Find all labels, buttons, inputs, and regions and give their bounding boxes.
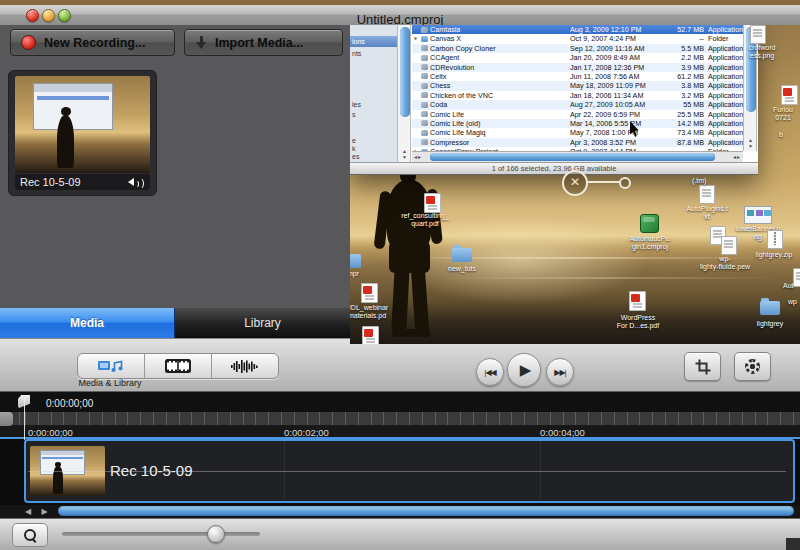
desktop-icon-label: AutomaticPlugin1.cmproj [626,235,674,251]
playhead-line [24,395,25,440]
skip-end-icon: ▶▶| [554,368,565,377]
track-collapse-handle[interactable] [0,412,13,426]
scale-overlay-handle [619,177,631,189]
app-icon [421,83,428,89]
timeline-clip[interactable]: Rec 10-5-09 [24,439,795,503]
desktop-icon-label: lightgrey [748,320,792,328]
skip-start-icon: |◀◀ [484,368,495,377]
sidebar-fragment: ions [352,38,396,46]
filmstrip-icon [165,359,191,373]
desktop-icon-doc [721,236,737,255]
import-media-label: Import Media... [215,36,303,50]
tab-library[interactable]: Library [175,308,350,338]
desktop-icon-pdf [629,291,646,311]
timeline-zoom-slider-thumb[interactable] [207,525,225,543]
app-icon [421,139,428,145]
waveform-icon [230,359,260,374]
video-preview-canvas[interactable]: ions nts les s e k es ▲▼ CamtasiaAug 3, … [350,25,800,344]
timeline-scroll-row: ◀ ▶ [0,505,800,518]
finder-row: CeltxJun 11, 2008 7:56 AM61.2 MBApplicat… [412,72,743,81]
finder-row: Chicken of the VNCJan 18, 2006 11:34 AM3… [412,91,743,100]
clip-divider-line [28,471,786,472]
tab-media[interactable]: Media [0,308,175,338]
desktop-label-fragment: (.tm) [692,177,706,184]
view-group-label: Media & Library [65,378,155,388]
previous-frame-button[interactable]: |◀◀ [476,358,504,386]
desktop-icon-doc [750,25,766,44]
finder-row: CDRevolutionJan 17, 2008 12:36 PM3.9 MBA… [412,63,743,72]
desktop-icon-pdf [361,283,378,303]
app-icon [421,120,428,126]
timeline-header[interactable]: 0:00:00;00 [0,392,800,412]
next-frame-button[interactable]: ▶▶| [546,358,574,386]
magnifier-icon [24,529,36,541]
media-bin-panel: New Recording... Import Media... Rec 10-… [0,25,350,338]
desktop-icon-label: wp-lighty-fluide.pew [696,255,754,271]
title-bar[interactable]: Untitled.cmproj [0,5,800,26]
finder-row: Comic Life MagiqMay 7, 2008 1:00 PM73.4 … [412,128,743,137]
sidebar-fragment: les [352,101,396,109]
import-media-button[interactable]: Import Media... [184,29,343,56]
desktop-icon-label: AutoPlugins.txt [683,205,731,221]
desktop-label-fragment: Aut [783,282,794,289]
app-icon [421,45,428,51]
folder-icon [421,36,428,42]
bin-tabbar: Media Library [0,308,350,338]
camtasia-window: Untitled.cmproj New Recording... Import … [0,0,800,550]
finder-row: Carbon Copy ClonerSep 12, 2009 11:16 AM5… [412,44,743,53]
desktop-icon-pdf [781,85,798,105]
desktop-icon-label: new_tuts [440,265,484,273]
app-icon [421,130,428,136]
timeline-zoom-slider-track[interactable] [62,532,260,536]
desktop-label-fragment: b [779,131,783,138]
play-icon: ▶ [520,361,532,379]
main-toolbar: Media & Library |◀◀ ▶ ▶▶| [0,338,800,392]
desktop-icon-label: ompr [350,270,373,278]
app-icon [421,27,428,33]
settings-button[interactable] [734,352,771,381]
timeline-bottom-bar [0,518,800,550]
sidebar-fragment: es [352,153,396,161]
clip-thumbnail [15,76,150,173]
zoom-tool-button[interactable] [12,523,48,547]
new-recording-button[interactable]: New Recording... [10,29,175,56]
app-icon [421,73,428,79]
scale-overlay-close-icon: ✕ [562,170,588,196]
list-horizontal-scrollbar: ◂▸ ◂▸ [412,151,743,162]
desktop-icon-label: lightgrey.zip [748,251,800,259]
finder-row: Comic Life (old)Mar 14, 2006 5:55 PM14.2… [412,119,743,128]
sidebar-fragment: k [352,145,396,153]
clips-view-button[interactable] [144,354,211,378]
desktop-icon-label: Furlou0721 [763,106,800,122]
timeline-ruler[interactable] [0,412,800,426]
finder-row: CompressorApr 3, 2008 3:52 PM87.8 MBAppl… [412,138,743,147]
desktop-icon-label: crofwordess.png [736,44,788,60]
record-icon [21,35,36,50]
desktop-icon-folder [350,254,361,268]
timeline-scroll-arrows[interactable]: ◀ ▶ [25,507,52,516]
play-button[interactable]: ▶ [507,353,541,387]
finder-status-bar: 1 of 166 selected, 23.96 GB available [350,162,758,174]
gear-icon [745,359,760,374]
scale-overlay-line [587,181,620,183]
media-library-icon [98,359,124,373]
audio-view-button[interactable] [211,354,278,378]
media-library-view-button[interactable] [78,354,144,378]
finder-row: Comic LifeApr 22, 2009 6:59 PM25.5 MBApp… [412,110,743,119]
timeline-scrollbar[interactable] [58,506,794,516]
view-segmented-control [77,353,279,379]
crop-button[interactable] [684,352,721,381]
clip-name-label: Rec 10-5-09 [20,176,81,188]
recorded-finder-window: ions nts les s e k es ▲▼ CamtasiaAug 3, … [350,25,758,175]
finder-file-list: CamtasiaAug 3, 2009 12:10 PM52.7 MBAppli… [412,25,743,157]
timeline-time-labels: 0:00:00;00 0:00:02;00 0:00:04;00 [0,426,800,437]
app-icon [421,64,428,70]
desktop-icon-label: ref_consulting_quart.pdf [388,212,462,228]
surf-line [440,277,780,279]
desktop-icon-doc [793,268,800,287]
finder-row: CamtasiaAug 3, 2009 12:10 PM52.7 MBAppli… [412,25,743,34]
media-bin-clip[interactable]: Rec 10-5-09 [8,70,157,196]
finder-row: ▸Canvas XOct 9, 2007 4:24 PM--Folder [412,34,743,43]
new-recording-label: New Recording... [44,36,145,50]
sidebar-fragment: s [352,111,396,119]
